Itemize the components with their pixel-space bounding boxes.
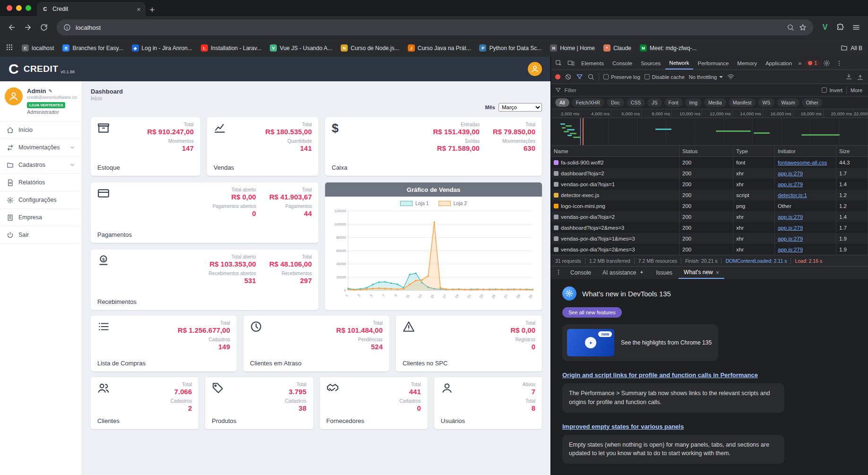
sidebar-item-inicio[interactable]: Início xyxy=(0,121,82,139)
sidebar-item-sair[interactable]: Sair xyxy=(0,226,82,244)
drawer-tab-console[interactable]: Console xyxy=(565,267,596,279)
close-window-button[interactable] xyxy=(7,5,12,11)
sidebar-item-cadastros[interactable]: Cadastros xyxy=(0,156,82,174)
network-request-row[interactable]: fa-solid-900.woff2 200 font fontawesome-… xyxy=(551,157,868,168)
sidebar-item-empresa[interactable]: Empresa xyxy=(0,209,82,226)
network-request-row[interactable]: logo-icon-mini.png 200 png Other 1.2 xyxy=(551,200,868,211)
vue-devtools-extension-icon[interactable]: V xyxy=(819,21,831,34)
network-filter-chip[interactable]: Media xyxy=(704,98,726,107)
drawer-menu-kebab-icon[interactable] xyxy=(553,269,564,277)
more-tabs-icon[interactable]: » xyxy=(797,60,803,67)
edit-pencil-icon[interactable]: ✎ xyxy=(48,88,52,94)
network-request-row[interactable]: dashboard?loja=2&mes=3 200 xhr app.js:27… xyxy=(551,222,868,233)
network-filter-chip[interactable]: Fetch/XHR xyxy=(572,98,604,107)
browser-menu-icon[interactable] xyxy=(849,20,863,35)
apps-grid-icon[interactable] xyxy=(6,43,13,53)
bookmark-item[interactable]: L Installation - Larav... xyxy=(197,43,265,53)
devtools-tab-application[interactable]: Application xyxy=(762,57,796,69)
invert-checkbox[interactable]: Invert xyxy=(822,87,842,93)
filter-input-wrap[interactable] xyxy=(555,87,818,93)
more-filters-dropdown[interactable]: More filters xyxy=(851,87,864,93)
drawer-tab-ai-assistance[interactable]: AI assistance xyxy=(597,267,650,279)
column-header-name[interactable]: Name xyxy=(551,146,679,156)
bookmark-item[interactable]: H Home | Home xyxy=(546,43,599,53)
error-badge[interactable]: 1 xyxy=(805,60,820,66)
back-button[interactable] xyxy=(5,20,19,35)
filter-input[interactable] xyxy=(565,87,818,93)
column-header-status[interactable]: Status xyxy=(679,146,733,156)
filter-funnel-icon[interactable] xyxy=(576,73,583,80)
legend-loja2[interactable]: Loja 2 xyxy=(438,200,467,206)
network-filter-chip[interactable]: Wasm xyxy=(777,98,799,107)
minimize-window-button[interactable] xyxy=(16,5,22,11)
network-filter-chip[interactable]: Manifest xyxy=(729,98,756,107)
sidebar-item-configuracoes[interactable]: Configurações xyxy=(0,191,82,209)
bookmark-item[interactable]: B Branches for Easy... xyxy=(59,43,127,53)
bookmark-item[interactable]: V Vue JS - Usando A... xyxy=(266,43,336,53)
sidebar-item-relatorios[interactable]: Relatórios xyxy=(0,174,82,191)
device-toolbar-icon[interactable] xyxy=(565,58,576,69)
drawer-tab-issues[interactable]: Issues xyxy=(651,267,678,279)
devtools-settings-gear-icon[interactable] xyxy=(821,58,833,69)
disable-cache-checkbox[interactable]: Disable cache xyxy=(645,74,685,80)
clear-network-log-icon[interactable] xyxy=(565,73,572,80)
search-lens-icon[interactable] xyxy=(787,24,794,31)
network-request-row[interactable]: vendas-por-dia?loja=2&mes=3 200 xhr app.… xyxy=(551,244,868,255)
network-search-icon[interactable] xyxy=(587,73,594,80)
network-filter-chip[interactable]: JS xyxy=(647,98,662,107)
request-initiator-link[interactable]: detector.js:1 xyxy=(778,192,807,198)
feature-link-performance[interactable]: Origin and script links for profile and … xyxy=(562,371,857,379)
bookmark-item[interactable]: ◆ Log in - Jira Anron... xyxy=(128,43,196,53)
network-request-row[interactable]: vendas-por-dia?loja=1 200 xhr app.js:279… xyxy=(551,179,868,190)
header-avatar[interactable] xyxy=(528,62,542,76)
request-initiator-link[interactable]: app.js:279 xyxy=(778,247,803,252)
site-info-icon[interactable] xyxy=(63,24,71,31)
column-header-type[interactable]: Type xyxy=(733,146,775,156)
export-har-icon[interactable] xyxy=(857,73,864,80)
bookmark-item[interactable]: P Python for Data Sc... xyxy=(475,43,545,53)
request-initiator-link[interactable]: app.js:279 xyxy=(778,181,803,187)
devtools-tab-memory[interactable]: Memory xyxy=(733,57,761,69)
close-drawer-tab-icon[interactable]: × xyxy=(716,269,720,276)
browser-tab[interactable]: C Credit × xyxy=(37,2,146,16)
request-initiator-link[interactable]: Other xyxy=(778,203,791,209)
bookmark-item[interactable]: N Curso de Node.js... xyxy=(337,43,403,53)
network-filter-chip[interactable]: Doc xyxy=(607,98,624,107)
highlights-card[interactable]: new See the highlights from Chrome 135 xyxy=(562,324,718,361)
import-har-icon[interactable] xyxy=(845,73,852,80)
all-bookmarks-button[interactable]: All B xyxy=(841,44,862,52)
network-conditions-icon[interactable] xyxy=(727,73,734,80)
bookmark-item[interactable]: M Meet: mdg-zfwq-... xyxy=(636,43,700,53)
maximize-window-button[interactable] xyxy=(26,5,31,11)
request-initiator-link[interactable]: app.js:279 xyxy=(778,225,803,231)
sidebar-item-movimentacoes[interactable]: Movimentações xyxy=(0,139,82,156)
bookmark-star-icon[interactable] xyxy=(799,24,807,31)
network-filter-chip[interactable]: Other xyxy=(802,98,823,107)
feature-link-empty-states[interactable]: Improved empty states for various panels xyxy=(562,423,857,430)
column-header-size[interactable]: Size xyxy=(836,146,868,156)
see-all-features-button[interactable]: See all new features xyxy=(562,307,622,318)
bookmark-item[interactable]: J Curso Java na Prát... xyxy=(404,43,475,53)
forward-button[interactable] xyxy=(21,20,35,35)
network-request-row[interactable]: vendas-por-dia?loja=1&mes=3 200 xhr app.… xyxy=(551,233,868,244)
devtools-tab-performance[interactable]: Performance xyxy=(694,57,733,69)
play-icon[interactable] xyxy=(585,337,596,348)
network-filter-chip[interactable]: Font xyxy=(664,98,683,107)
bookmark-item[interactable]: C localhost xyxy=(18,43,58,53)
network-filter-chip[interactable]: WS xyxy=(758,98,774,107)
devtools-tab-sources[interactable]: Sources xyxy=(637,57,664,69)
new-tab-button[interactable]: + xyxy=(146,4,159,16)
network-request-row[interactable]: dashboard?loja=2 200 xhr app.js:279 1.7 xyxy=(551,168,868,179)
devtools-tab-elements[interactable]: Elements xyxy=(577,57,608,69)
network-overview[interactable] xyxy=(551,118,868,146)
devtools-tab-console[interactable]: Console xyxy=(609,57,636,69)
network-filter-chip[interactable]: Img xyxy=(685,98,702,107)
network-request-row[interactable]: detector-exec.js 200 script detector.js:… xyxy=(551,190,868,200)
request-initiator-link[interactable]: app.js:279 xyxy=(778,236,803,242)
network-filter-chip[interactable]: CSS xyxy=(627,98,645,107)
record-button[interactable] xyxy=(555,74,560,79)
devtools-menu-kebab-icon[interactable] xyxy=(834,58,845,69)
devtools-tab-network[interactable]: Network xyxy=(665,57,693,69)
tab-close-icon[interactable]: × xyxy=(137,5,141,13)
request-initiator-link[interactable]: app.js:279 xyxy=(778,214,803,220)
